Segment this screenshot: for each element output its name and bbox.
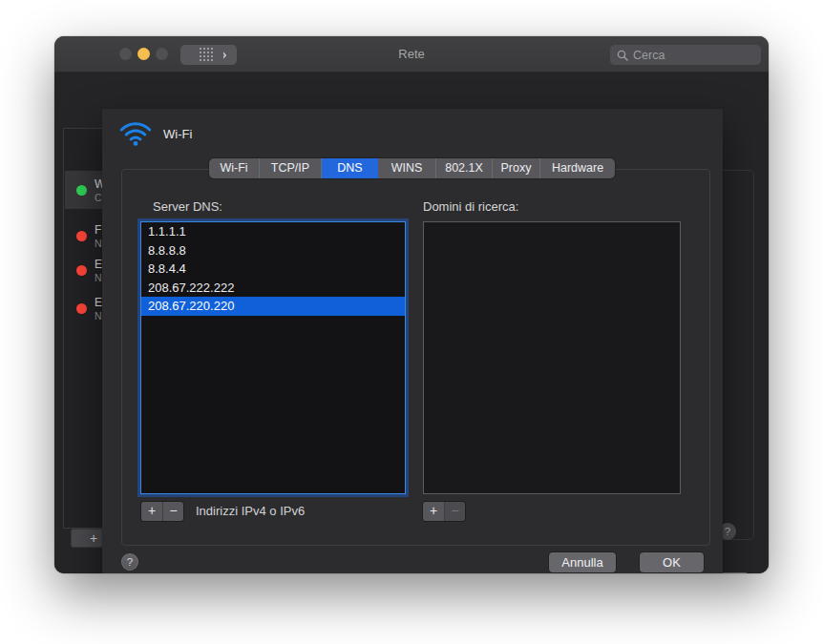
sheet-header: Wi-Fi (119, 121, 192, 147)
tab-hardware[interactable]: Hardware (540, 158, 615, 178)
search-placeholder: Cerca (633, 49, 665, 62)
search-input[interactable]: Cerca (610, 45, 761, 65)
status-dot (76, 231, 87, 241)
sheet-help-button[interactable]: ? (121, 553, 138, 571)
domains-add-button[interactable]: + (423, 502, 444, 521)
service-title: E (95, 296, 102, 310)
service-title: E (95, 258, 102, 272)
service-text: EN (95, 258, 102, 283)
minimize-button[interactable] (137, 48, 150, 60)
domains-plus-minus-group: + − (423, 502, 465, 521)
service-status: N (95, 310, 102, 322)
dns-servers-label: Server DNS: (153, 199, 222, 214)
ip-format-hint: Indirizzi IPv4 o IPv6 (196, 504, 305, 518)
service-name-label: Wi-Fi (163, 127, 192, 141)
dns-server-row[interactable]: 208.67.220.220 (141, 297, 405, 316)
cancel-button[interactable]: Annulla (549, 552, 616, 572)
dns-server-row[interactable]: 1.1.1.1 (141, 222, 405, 241)
status-dot (76, 303, 87, 314)
service-text: EN (95, 296, 102, 322)
dns-remove-button[interactable]: − (162, 502, 183, 521)
search-domains-list[interactable] (423, 221, 681, 494)
service-status: N (95, 238, 102, 249)
tab-tcp-ip[interactable]: TCP/IP (260, 158, 322, 178)
tab-dns[interactable]: DNS (322, 158, 378, 178)
window-content: WCFNENEN + ? ca Wi-Fi Wi-FiTCP/IPDNSWINS… (54, 73, 769, 573)
wifi-advanced-sheet: Wi-Fi Wi-FiTCP/IPDNSWINS802.1XProxyHardw… (102, 109, 723, 573)
dns-server-list[interactable]: 1.1.1.18.8.8.88.8.4.4208.67.222.222208.6… (140, 221, 406, 494)
zoom-button[interactable] (156, 48, 168, 60)
search-icon (617, 50, 628, 61)
tab-802-1x[interactable]: 802.1X (436, 158, 493, 178)
grid-icon (200, 48, 201, 50)
status-dot (76, 265, 87, 276)
tab-wins[interactable]: WINS (378, 158, 436, 178)
wifi-icon (119, 121, 152, 147)
tab-wi-fi[interactable]: Wi-Fi (209, 158, 260, 178)
dns-server-row[interactable]: 8.8.4.4 (141, 260, 405, 279)
dns-server-row[interactable]: 8.8.8.8 (141, 241, 405, 260)
service-status: N (95, 272, 102, 283)
ok-button[interactable]: OK (640, 552, 704, 572)
status-dot (76, 185, 87, 196)
close-button[interactable] (119, 48, 132, 60)
network-preferences-window: Rete Cerca WCFNENEN + ? ca Wi-Fi (54, 36, 769, 573)
search-domains-label: Domini di ricerca: (423, 199, 518, 214)
dns-server-row[interactable]: 208.67.222.222 (141, 279, 405, 298)
domains-remove-button[interactable]: − (444, 502, 465, 521)
tab-proxy[interactable]: Proxy (493, 158, 540, 178)
dns-plus-minus-group: + − (141, 502, 183, 521)
service-text: FN (95, 223, 102, 249)
dns-add-button[interactable]: + (141, 502, 162, 521)
titlebar: Rete Cerca (54, 36, 769, 73)
service-title: F (95, 223, 102, 238)
tab-strip: Wi-FiTCP/IPDNSWINS802.1XProxyHardware (209, 158, 615, 178)
show-all-button[interactable] (189, 45, 223, 65)
